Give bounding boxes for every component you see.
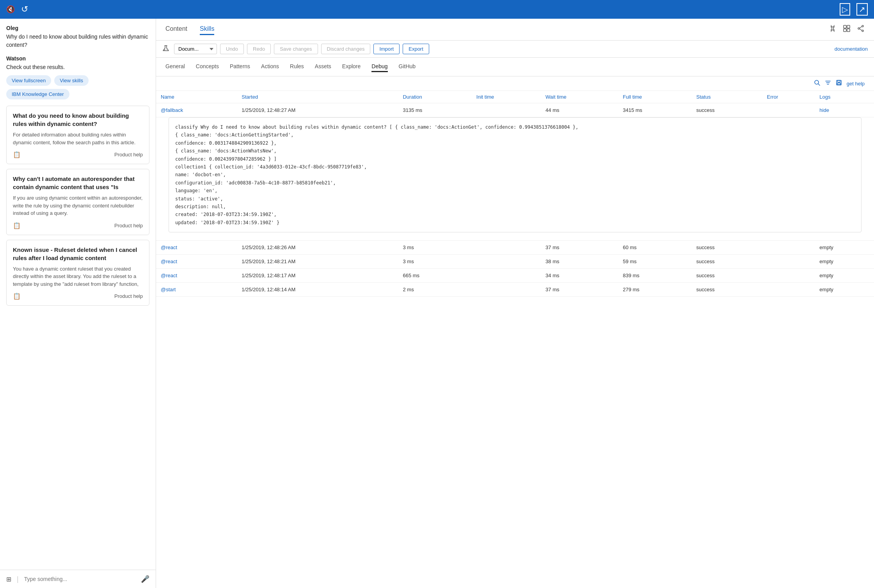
- svg-rect-1: [847, 25, 850, 28]
- right-panel: Content Skills: [156, 19, 874, 588]
- filter-icon[interactable]: [825, 80, 831, 87]
- discard-changes-button[interactable]: Discard changes: [321, 44, 371, 54]
- tab-general[interactable]: General: [165, 62, 185, 72]
- log-line: name: 'docbot-en',: [175, 171, 855, 179]
- cell-init-time: [472, 255, 541, 269]
- view-skills-button[interactable]: View skills: [54, 75, 89, 86]
- ibm-knowledge-center-button[interactable]: IBM Knowledge Center: [6, 89, 69, 99]
- result-card-1: What do you need to know about building …: [6, 106, 149, 164]
- tab-skills[interactable]: Skills: [200, 24, 214, 35]
- undo-button[interactable]: Undo: [220, 44, 244, 54]
- tab-github[interactable]: GitHub: [399, 62, 416, 72]
- result-card-1-link[interactable]: Product help: [114, 152, 143, 158]
- chat-input[interactable]: [24, 576, 137, 582]
- cell-duration: 3 ms: [398, 241, 471, 255]
- log-output: classify Why do I need to know about bui…: [169, 117, 862, 232]
- svg-rect-15: [838, 80, 840, 82]
- tab-explore[interactable]: Explore: [342, 62, 361, 72]
- cell-full-time: 59 ms: [618, 255, 691, 269]
- col-duration: Duration: [398, 91, 471, 103]
- documentation-link[interactable]: documentation: [835, 46, 868, 52]
- search-icon[interactable]: [814, 80, 820, 87]
- cell-started: 1/25/2019, 12:48:17 AM: [237, 269, 398, 283]
- volume-icon[interactable]: 🔇: [6, 5, 15, 14]
- result-card-3: Known issue - Ruleset deleted when I can…: [6, 240, 149, 306]
- cell-wait-time: 34 ms: [541, 269, 618, 283]
- debug-toolbar: get help: [156, 76, 874, 91]
- svg-rect-2: [844, 29, 846, 32]
- debug-table-body: @fallback 1/25/2019, 12:48:27 AM 3135 ms…: [156, 103, 874, 297]
- toolbar: Docum... Undo Redo Save changes Discard …: [156, 41, 874, 58]
- log-line: description: null,: [175, 203, 855, 211]
- external-link-icon[interactable]: ↗: [856, 3, 868, 16]
- col-wait-time: Wait time: [541, 91, 618, 103]
- result-card-3-doc-icon: 📋: [13, 292, 21, 300]
- cell-name: @start: [156, 283, 237, 297]
- result-card-3-footer: 📋 Product help: [13, 292, 143, 300]
- mic-icon[interactable]: 🎤: [141, 575, 149, 583]
- table-row: @start 1/25/2019, 12:48:14 AM 2 ms 37 ms…: [156, 283, 874, 297]
- expand-icon[interactable]: ▷: [840, 3, 850, 16]
- get-help-link[interactable]: get help: [847, 81, 865, 87]
- cell-logs[interactable]: hide: [815, 103, 874, 117]
- cell-error: [762, 283, 815, 297]
- result-card-2-link[interactable]: Product help: [114, 223, 143, 228]
- svg-line-13: [818, 84, 820, 85]
- top-bar: 🔇 ↺ ▷ ↗: [0, 0, 874, 19]
- top-tab-bar: Content Skills: [156, 19, 874, 41]
- cell-name: @react: [156, 255, 237, 269]
- import-button[interactable]: Import: [373, 44, 400, 54]
- tab-rules[interactable]: Rules: [290, 62, 304, 72]
- log-line: confidence: 0.0031748842909136922 },: [175, 139, 855, 147]
- cell-logs: empty: [815, 255, 874, 269]
- tab-concepts[interactable]: Concepts: [196, 62, 219, 72]
- cell-init-time: [472, 241, 541, 255]
- tab-debug[interactable]: Debug: [371, 62, 387, 72]
- log-line: updated: '2018-07-03T23:34:59.190Z' }: [175, 219, 855, 227]
- cell-error: [762, 241, 815, 255]
- cell-wait-time: 37 ms: [541, 241, 618, 255]
- cell-wait-time: 37 ms: [541, 283, 618, 297]
- flask-icon: [162, 45, 169, 53]
- tab-actions[interactable]: Actions: [261, 62, 279, 72]
- log-line: confidence: 0.002439978047285962 } ]: [175, 155, 855, 163]
- tab-patterns[interactable]: Patterns: [230, 62, 250, 72]
- log-line: language: 'en',: [175, 187, 855, 195]
- log-row: classify Why do I need to know about bui…: [156, 117, 874, 241]
- save-changes-button[interactable]: Save changes: [274, 44, 318, 54]
- tab-content[interactable]: Content: [165, 24, 187, 35]
- redo-button[interactable]: Redo: [247, 44, 271, 54]
- refresh-icon[interactable]: ↺: [21, 4, 28, 14]
- cell-started: 1/25/2019, 12:48:14 AM: [237, 283, 398, 297]
- svg-rect-16: [837, 83, 840, 85]
- save-icon[interactable]: [836, 80, 842, 87]
- cell-name: @react: [156, 269, 237, 283]
- log-line: collection1 { collection_id: '4a3d6033-0…: [175, 163, 855, 171]
- result-card-2: Why can't I automate an autoresponder th…: [6, 169, 149, 235]
- user-text: Why do I need to know about building rul…: [6, 33, 149, 49]
- cell-error: [762, 255, 815, 269]
- cell-error: [762, 103, 815, 117]
- log-line: configuration_id: 'adc00838-7a5b-4c10-88…: [175, 179, 855, 187]
- debug-content: get help Name Started Duration Init time…: [156, 76, 874, 588]
- svg-rect-3: [847, 29, 850, 32]
- chat-messages: Oleg Why do I need to know about buildin…: [0, 19, 156, 570]
- result-card-1-desc: For detailed information about building …: [13, 131, 143, 146]
- document-select[interactable]: Docum...: [174, 44, 217, 54]
- svg-point-4: [862, 25, 863, 27]
- watson-message: Watson Check out these results. View ful…: [6, 55, 149, 99]
- dna-icon[interactable]: [829, 25, 837, 34]
- cell-status: success: [692, 241, 762, 255]
- svg-point-10: [164, 50, 165, 50]
- col-status: Status: [692, 91, 762, 103]
- cell-status: success: [692, 103, 762, 117]
- export-button[interactable]: Export: [403, 44, 429, 54]
- grid-layout-icon[interactable]: [843, 25, 851, 34]
- table-row: @react 1/25/2019, 12:48:17 AM 665 ms 34 …: [156, 269, 874, 283]
- tab-assets[interactable]: Assets: [315, 62, 331, 72]
- cell-duration: 2 ms: [398, 283, 471, 297]
- view-fullscreen-button[interactable]: View fullscreen: [6, 75, 51, 86]
- result-card-3-link[interactable]: Product help: [114, 293, 143, 299]
- share-icon[interactable]: [857, 25, 865, 34]
- user-message: Oleg Why do I need to know about buildin…: [6, 25, 149, 49]
